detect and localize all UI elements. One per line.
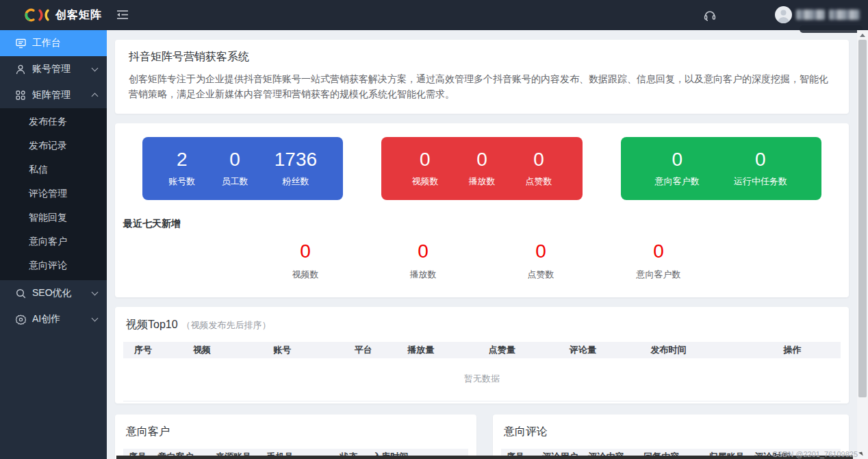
recent-stat: 0点赞数: [508, 241, 574, 281]
headset-icon[interactable]: [703, 8, 717, 25]
video-top10-title-row: 视频Top10 （视频发布先后排序）: [123, 316, 841, 342]
recent-seven-days-title: 最近七天新增: [123, 218, 849, 230]
column-header: 发布时间: [640, 344, 773, 356]
watermark-text: CSDN @2201_76109825: [772, 450, 858, 458]
intent-customers-title: 意向客户: [123, 423, 468, 449]
stat-value: 0: [468, 149, 495, 170]
stat-value: 0: [411, 149, 438, 170]
stat-value: 0: [526, 149, 552, 170]
recent-stat-label: 点赞数: [508, 269, 574, 281]
stat-card-green: 0意向客户数0运行中任务数: [621, 137, 821, 200]
sidebar-item-label: 矩阵管理: [32, 89, 92, 101]
stat-value: 0: [655, 149, 700, 170]
stat-value: 2: [168, 149, 195, 170]
sidebar-item-account[interactable]: 账号管理: [0, 56, 107, 82]
avatar[interactable]: [775, 6, 792, 23]
recent-stat-label: 意向客户数: [626, 269, 691, 281]
cursor-icon: [858, 451, 863, 456]
recent-stats-row: 0视频数0播放数0点赞数0意向客户数: [115, 241, 849, 281]
search-icon: [15, 288, 26, 299]
ck-logo-icon: [23, 8, 51, 23]
sidebar-subitem[interactable]: 意向评论: [0, 253, 107, 277]
sidebar-item-workbench[interactable]: 工作台: [0, 30, 107, 56]
username-redacted[interactable]: [796, 10, 860, 20]
bottom-dark-strip: [116, 456, 853, 459]
stat-label: 粉丝数: [275, 175, 317, 188]
brand[interactable]: 创客矩阵: [23, 0, 102, 30]
stat-label: 员工数: [222, 175, 248, 188]
sidebar-item-matrix[interactable]: 矩阵管理: [0, 82, 107, 108]
stat-card-blue: 2账号数0员工数1736粉丝数: [142, 137, 343, 200]
stat-item: 0意向客户数: [655, 149, 700, 188]
stat-label: 播放数: [468, 175, 495, 188]
stat-label: 点赞数: [526, 175, 552, 188]
stat-item: 0员工数: [222, 149, 248, 188]
stat-value: 0: [734, 149, 787, 170]
intro-description: 创客矩阵专注于为企业提供抖音矩阵账号一站式营销获客解决方案，通过高效管理多个抖音…: [129, 71, 835, 101]
intent-comments-title: 意向评论: [501, 423, 841, 449]
video-top10-title: 视频Top10: [126, 318, 178, 332]
stats-card: 2账号数0员工数1736粉丝数0视频数0播放数0点赞数0意向客户数0运行中任务数…: [115, 123, 849, 297]
stat-label: 账号数: [168, 175, 195, 188]
stat-cards-row: 2账号数0员工数1736粉丝数0视频数0播放数0点赞数0意向客户数0运行中任务数: [115, 137, 849, 200]
bottom-cards-row: 意向客户 序号意向客户来源账号手机号状态入库时间 意向评论 序号评论用户评论内容…: [115, 414, 849, 459]
stat-item: 1736粉丝数: [275, 149, 317, 188]
sidebar-subitem[interactable]: 发布记录: [0, 134, 107, 158]
chevron-down-icon: [92, 289, 99, 296]
sidebar-subitem[interactable]: 发布任务: [0, 110, 107, 134]
sidebar-subitem[interactable]: 意向客户: [0, 230, 107, 253]
recent-stat: 0意向客户数: [626, 241, 691, 281]
intro-card: 抖音矩阵号营销获客系统 创客矩阵专注于为企业提供抖音矩阵账号一站式营销获客解决方…: [115, 40, 849, 114]
collapse-sidebar-icon[interactable]: [116, 10, 129, 23]
stat-label: 运行中任务数: [734, 175, 787, 188]
column-header: 播放量: [396, 344, 477, 356]
sidebar-item-seo[interactable]: SEO优化: [0, 280, 107, 306]
recent-stat-value: 0: [626, 241, 691, 262]
intent-customers-card: 意向客户 序号意向客户来源账号手机号状态入库时间: [115, 414, 476, 459]
sidebar-item-ai[interactable]: AI创作: [0, 306, 107, 332]
column-header: 操作: [772, 344, 841, 356]
column-header: 账号: [262, 344, 343, 356]
stat-item: 0视频数: [411, 149, 438, 188]
stat-item: 2账号数: [168, 149, 195, 188]
sidebar-subitem[interactable]: 评论管理: [0, 182, 107, 206]
scrollbar-thumb[interactable]: [858, 40, 867, 397]
recent-stat: 0播放数: [390, 241, 456, 281]
chevron-up-icon: [92, 93, 99, 100]
sidebar-item-label: AI创作: [32, 313, 92, 325]
column-header: 平台: [344, 344, 397, 356]
recent-stat-label: 播放数: [390, 269, 456, 281]
stat-item: 0播放数: [468, 149, 495, 188]
video-top10-subtitle: （视频发布先后排序）: [182, 319, 271, 332]
column-header: 点赞量: [478, 344, 559, 356]
watermark: CSDN @2201_76109825: [772, 450, 863, 458]
sidebar-item-label: 账号管理: [32, 63, 92, 75]
top-header: 创客矩阵: [0, 0, 868, 30]
workbench-icon: [15, 38, 26, 49]
sidebar-item-label: SEO优化: [32, 287, 92, 299]
recent-stat-value: 0: [390, 241, 456, 262]
chevron-down-icon: [92, 65, 99, 72]
recent-stat: 0视频数: [272, 241, 338, 281]
scrollbar-up-arrow-icon[interactable]: [860, 34, 865, 37]
stat-card-red: 0视频数0播放数0点赞数: [381, 137, 582, 200]
gear-icon: [15, 314, 26, 325]
sidebar-subitem[interactable]: 智能回复: [0, 206, 107, 230]
sidebar-subitem[interactable]: 私信: [0, 158, 107, 182]
video-top10-table-header: 序号视频账号平台播放量点赞量评论量发布时间操作: [123, 342, 841, 358]
recent-stat-value: 0: [508, 241, 574, 262]
sidebar-submenu: 发布任务发布记录私信评论管理智能回复意向客户意向评论: [0, 108, 107, 280]
sidebar-item-label: 工作台: [32, 37, 97, 49]
main-content: 抖音矩阵号营销获客系统 创客矩阵专注于为企业提供抖音矩阵账号一站式营销获客解决方…: [107, 30, 868, 459]
stat-value: 1736: [275, 149, 317, 170]
stat-item: 0运行中任务数: [734, 149, 787, 188]
user-icon: [15, 64, 26, 75]
column-header: 评论量: [559, 344, 639, 356]
sidebar: 工作台账号管理矩阵管理发布任务发布记录私信评论管理智能回复意向客户意向评论SEO…: [0, 30, 107, 459]
stat-item: 0点赞数: [526, 149, 552, 188]
stat-label: 视频数: [411, 175, 438, 188]
recent-stat-value: 0: [272, 241, 338, 262]
video-top10-card: 视频Top10 （视频发布先后排序） 序号视频账号平台播放量点赞量评论量发布时间…: [115, 307, 849, 404]
recent-stat-label: 视频数: [272, 269, 338, 281]
vertical-scrollbar[interactable]: [857, 30, 868, 459]
